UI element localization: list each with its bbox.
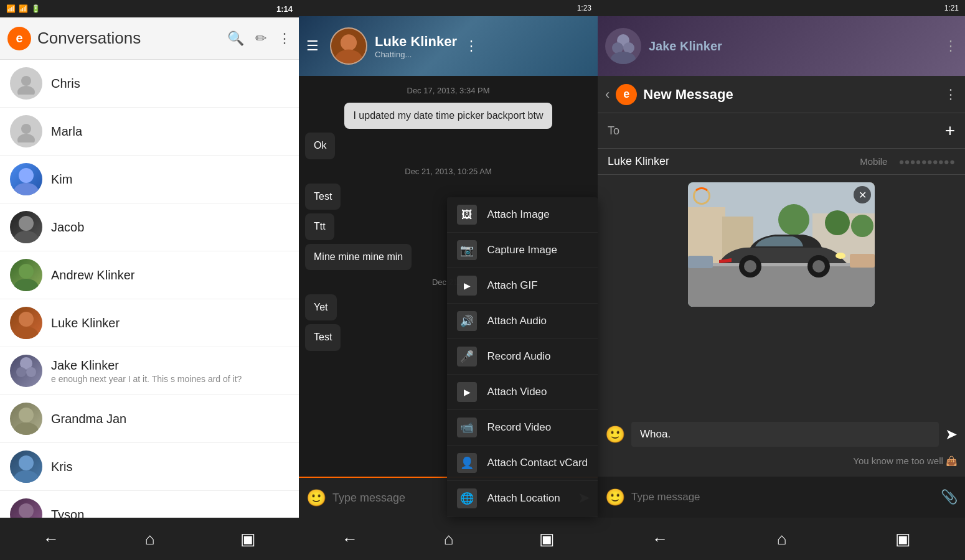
recipient-name: Luke Klinker	[608, 155, 854, 168]
capture-image-icon: 📷	[457, 240, 477, 260]
back-nav-icon[interactable]: ←	[342, 530, 358, 549]
attach-contact-icon: 👤	[457, 453, 477, 473]
time-p2: 1:23	[577, 4, 591, 12]
to-label: To	[608, 124, 626, 138]
emoji-button-compose[interactable]: 🙂	[605, 425, 625, 444]
attach-location-label: Attach Location	[487, 492, 560, 505]
compose-area: ✕ 🙂 Whoa. ➤ You know me too well 👜	[598, 175, 965, 477]
recipient-type: Mobile	[860, 156, 887, 167]
svg-point-14	[26, 367, 36, 377]
message-bubble: Ok	[305, 133, 335, 159]
svg-point-35	[851, 215, 873, 237]
message-bubble: Ttt	[305, 213, 334, 240]
conversations-title: Conversations	[37, 29, 221, 48]
avatar	[10, 115, 42, 147]
record-audio-option[interactable]: 🎤 Record Audio	[447, 339, 598, 375]
avatar	[10, 403, 42, 435]
new-message-input[interactable]	[631, 491, 934, 503]
attach-video-option[interactable]: ▶ Attach Video	[447, 375, 598, 410]
svg-point-37	[744, 260, 756, 273]
svg-rect-41	[688, 256, 713, 268]
time-p1: 1:14	[276, 4, 293, 14]
back-nav-icon[interactable]: ←	[43, 530, 59, 549]
contact-name: Jacob	[51, 220, 84, 235]
recents-nav-icon[interactable]: ▣	[539, 530, 555, 549]
emoji-button-input[interactable]: 🙂	[605, 488, 625, 507]
status-bar-panel1: 📶 📶 🔋 1:14	[0, 0, 299, 17]
attach-image-option[interactable]: 🖼 Attach Image	[447, 197, 598, 233]
attach-menu: 🖼 Attach Image 📷 Capture Image ▶ Attach …	[447, 197, 598, 516]
header-more-icon[interactable]: ⋮	[944, 38, 958, 54]
chat-more-icon[interactable]: ⋮	[464, 38, 478, 54]
back-nav-icon[interactable]: ←	[652, 530, 668, 549]
record-video-option[interactable]: 📹 Record Video	[447, 410, 598, 446]
attach-gif-option[interactable]: ▶ Attach GIF	[447, 268, 598, 304]
home-nav-icon[interactable]: ⌂	[444, 530, 454, 549]
recents-nav-icon[interactable]: ▣	[240, 530, 256, 549]
toolbar-icons-p1: 🔍 ✏ ⋮	[227, 30, 291, 47]
chat-avatar	[330, 27, 367, 65]
hamburger-icon[interactable]: ☰	[306, 38, 319, 54]
search-icon[interactable]: 🔍	[227, 30, 244, 47]
nav-bar-p1: ← ⌂ ▣	[0, 518, 299, 560]
compose-icon[interactable]: ✏	[255, 30, 266, 47]
conv-preview: e enough next year I at it. This s moine…	[51, 374, 242, 384]
message-bubble: I updated my date time picker backport b…	[344, 103, 552, 129]
recents-nav-icon[interactable]: ▣	[895, 530, 911, 549]
recipient-chip: Luke Klinker Mobile ●●●●●●●●●●	[598, 149, 965, 175]
svg-point-7	[14, 231, 39, 243]
attach-gif-icon: ▶	[457, 276, 477, 296]
contact-name: Tyson	[51, 508, 84, 518]
avatar	[10, 163, 42, 195]
attach-location-icon: 🌐	[457, 488, 477, 508]
contact-name: Grandma Jan	[51, 412, 126, 426]
home-nav-icon[interactable]: ⌂	[145, 530, 155, 549]
back-button[interactable]: ‹	[605, 86, 610, 103]
chat-header-content: ☰ Luke Klinker Chatting... ⋮	[306, 27, 478, 65]
svg-point-1	[17, 86, 35, 95]
list-item[interactable]: Kim	[0, 156, 299, 203]
attach-button[interactable]: 📎	[941, 489, 958, 505]
home-nav-icon[interactable]: ⌂	[777, 530, 787, 549]
more-options-button[interactable]: ⋮	[944, 86, 958, 103]
attach-contact-label: Attach Contact vCard	[487, 457, 588, 469]
conversation-list: Chris Marla Kim Jaco	[0, 60, 299, 518]
list-item[interactable]: Andrew Klinker	[0, 251, 299, 299]
new-message-title: New Message	[643, 86, 938, 103]
record-video-label: Record Video	[487, 421, 551, 434]
to-input[interactable]	[633, 124, 939, 138]
list-item[interactable]: Marla	[0, 108, 299, 156]
svg-rect-42	[850, 254, 875, 268]
list-item[interactable]: Jacob	[0, 203, 299, 251]
compose-text: Whoa.	[640, 428, 671, 440]
attach-audio-option[interactable]: 🔊 Attach Audio	[447, 304, 598, 339]
svg-point-5	[14, 183, 39, 195]
contact-name: Luke Klinker	[51, 316, 120, 330]
list-item[interactable]: Luke Klinker	[0, 299, 299, 347]
list-item[interactable]: Tyson	[0, 491, 299, 518]
svg-rect-28	[688, 263, 875, 307]
close-attachment-button[interactable]: ✕	[854, 186, 871, 203]
list-item[interactable]: Grandma Jan	[0, 395, 299, 443]
svg-point-10	[19, 312, 34, 327]
more-icon[interactable]: ⋮	[278, 30, 291, 47]
send-compose-button[interactable]: ➤	[945, 426, 958, 443]
attach-location-option[interactable]: 🌐 Attach Location	[447, 481, 598, 516]
svg-point-21	[341, 34, 357, 50]
record-audio-label: Record Audio	[487, 350, 550, 363]
add-recipient-button[interactable]: +	[945, 121, 955, 141]
capture-image-option[interactable]: 📷 Capture Image	[447, 233, 598, 268]
list-item[interactable]: Kris	[0, 443, 299, 491]
to-field: To +	[598, 113, 965, 149]
attach-audio-label: Attach Audio	[487, 315, 546, 327]
svg-point-2	[21, 124, 31, 134]
svg-point-9	[14, 279, 39, 291]
message-bubble: Mine mine mine min	[305, 244, 412, 270]
attach-contact-option[interactable]: 👤 Attach Contact vCard	[447, 446, 598, 481]
record-audio-icon: 🎤	[457, 347, 477, 366]
sent-message-preview: You know me too well 👜	[605, 453, 958, 469]
loading-spinner	[693, 187, 710, 205]
list-item[interactable]: Chris	[0, 60, 299, 108]
emoji-button[interactable]: 🙂	[306, 488, 326, 508]
list-item[interactable]: Jake Klinker e enough next year I at it.…	[0, 347, 299, 395]
